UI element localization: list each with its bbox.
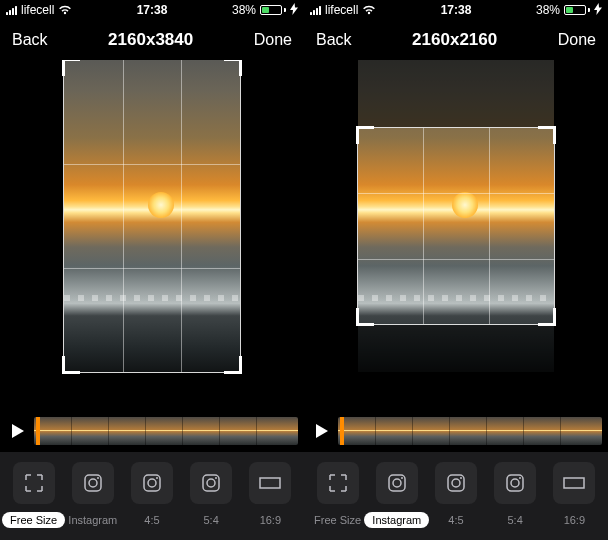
svg-point-7 — [207, 479, 215, 487]
wifi-icon — [58, 5, 72, 15]
svg-point-5 — [156, 477, 158, 479]
page-title: 2160x2160 — [412, 30, 497, 50]
signal-bars-icon — [310, 5, 321, 15]
crop-handle-tr[interactable] — [224, 60, 242, 76]
aspect-label: 16:9 — [252, 512, 289, 528]
crop-dim-bottom — [358, 324, 554, 372]
aspect-label: Instagram — [60, 512, 125, 528]
svg-point-14 — [452, 479, 460, 487]
svg-rect-19 — [564, 478, 584, 488]
instagram-icon — [131, 462, 173, 504]
aspect-label: 16:9 — [556, 512, 593, 528]
crop-handle-bl[interactable] — [356, 308, 374, 326]
nav-bar: Back 2160x3840 Done — [0, 20, 304, 60]
wifi-icon — [362, 5, 376, 15]
crop-rect[interactable] — [64, 60, 240, 372]
svg-point-11 — [393, 479, 401, 487]
scrubber[interactable] — [340, 417, 344, 445]
battery-fill — [262, 7, 269, 13]
svg-point-4 — [148, 479, 156, 487]
crop-handle-br[interactable] — [224, 356, 242, 374]
carrier-label: lifecell — [21, 3, 54, 17]
nav-bar: Back 2160x2160 Done — [304, 20, 608, 60]
back-button[interactable]: Back — [316, 31, 352, 49]
crop-preview[interactable] — [304, 60, 608, 410]
done-button[interactable]: Done — [558, 31, 596, 49]
crop-rect[interactable] — [358, 128, 554, 324]
aspect-label: Instagram — [364, 512, 429, 528]
aspect-option-5-4[interactable]: 5:4 — [487, 462, 543, 528]
status-bar: lifecell 17:38 38% — [0, 0, 304, 20]
aspect-label: Free Size — [2, 512, 65, 528]
svg-point-12 — [401, 477, 403, 479]
play-button[interactable] — [6, 420, 28, 442]
done-button[interactable]: Done — [254, 31, 292, 49]
filmstrip[interactable] — [34, 417, 298, 445]
crop-aspect-options: Free Size Instagram 4:5 5:4 16:9 — [304, 452, 608, 540]
instagram-icon — [435, 462, 477, 504]
page-title: 2160x3840 — [108, 30, 193, 50]
filmstrip[interactable] — [338, 417, 602, 445]
aspect-option-5-4[interactable]: 5:4 — [183, 462, 239, 528]
free-size-icon — [317, 462, 359, 504]
aspect-option-free-size[interactable]: Free Size — [6, 462, 62, 528]
svg-point-18 — [519, 477, 521, 479]
aspect-label: 4:5 — [440, 512, 471, 528]
svg-rect-9 — [260, 478, 280, 488]
carrier-label: lifecell — [325, 3, 358, 17]
battery-icon — [564, 5, 590, 15]
clock: 17:38 — [441, 3, 472, 17]
battery-fill — [566, 7, 573, 13]
left-pane: lifecell 17:38 38% Back 2160x3840 Done — [0, 0, 304, 540]
crop-aspect-options: Free Size Instagram 4:5 5:4 16:9 — [0, 452, 304, 540]
svg-point-1 — [89, 479, 97, 487]
charging-icon — [594, 3, 602, 18]
crop-handle-tr[interactable] — [538, 126, 556, 144]
signal-bars-icon — [6, 5, 17, 15]
battery-percent: 38% — [536, 3, 560, 17]
aspect-label: 5:4 — [196, 512, 227, 528]
charging-icon — [290, 3, 298, 18]
status-bar: lifecell 17:38 38% — [304, 0, 608, 20]
svg-point-2 — [97, 477, 99, 479]
svg-point-8 — [215, 477, 217, 479]
crop-handle-br[interactable] — [538, 308, 556, 326]
battery-percent: 38% — [232, 3, 256, 17]
aspect-option-instagram[interactable]: Instagram — [65, 462, 121, 528]
aspect-option-4-5[interactable]: 4:5 — [124, 462, 180, 528]
crop-handle-bl[interactable] — [62, 356, 80, 374]
rectangle-icon — [249, 462, 291, 504]
instagram-icon — [190, 462, 232, 504]
aspect-option-4-5[interactable]: 4:5 — [428, 462, 484, 528]
instagram-icon — [494, 462, 536, 504]
timeline — [0, 410, 304, 452]
rectangle-icon — [553, 462, 595, 504]
battery-icon — [260, 5, 286, 15]
crop-handle-tl[interactable] — [356, 126, 374, 144]
scrubber[interactable] — [36, 417, 40, 445]
back-button[interactable]: Back — [12, 31, 48, 49]
clock: 17:38 — [137, 3, 168, 17]
timeline — [304, 410, 608, 452]
aspect-label: 4:5 — [136, 512, 167, 528]
instagram-icon — [72, 462, 114, 504]
aspect-option-instagram[interactable]: Instagram — [369, 462, 425, 528]
crop-dim-top — [358, 60, 554, 128]
svg-point-15 — [460, 477, 462, 479]
free-size-icon — [13, 462, 55, 504]
aspect-option-16-9[interactable]: 16:9 — [546, 462, 602, 528]
aspect-option-16-9[interactable]: 16:9 — [242, 462, 298, 528]
instagram-icon — [376, 462, 418, 504]
aspect-label: 5:4 — [500, 512, 531, 528]
svg-point-17 — [511, 479, 519, 487]
crop-preview[interactable] — [0, 60, 304, 410]
crop-handle-tl[interactable] — [62, 60, 80, 76]
play-button[interactable] — [310, 420, 332, 442]
aspect-option-free-size[interactable]: Free Size — [310, 462, 366, 528]
right-pane: lifecell 17:38 38% Back 2160x2160 Done — [304, 0, 608, 540]
aspect-label: Free Size — [306, 512, 369, 528]
